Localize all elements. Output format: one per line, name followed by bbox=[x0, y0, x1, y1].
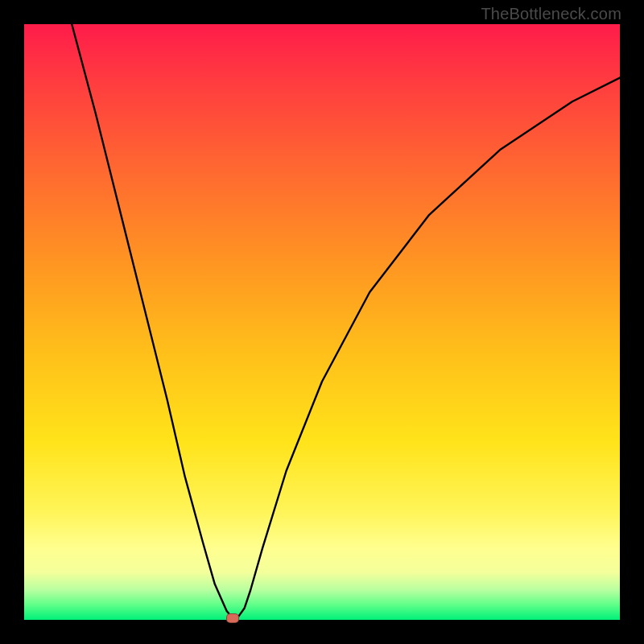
plot-area bbox=[24, 24, 620, 620]
watermark-text: TheBottleneck.com bbox=[481, 5, 621, 23]
bottleneck-curve bbox=[24, 24, 620, 620]
optimal-point-marker bbox=[226, 613, 239, 623]
chart-frame: TheBottleneck.com bbox=[0, 0, 644, 644]
curve-path bbox=[72, 24, 620, 618]
